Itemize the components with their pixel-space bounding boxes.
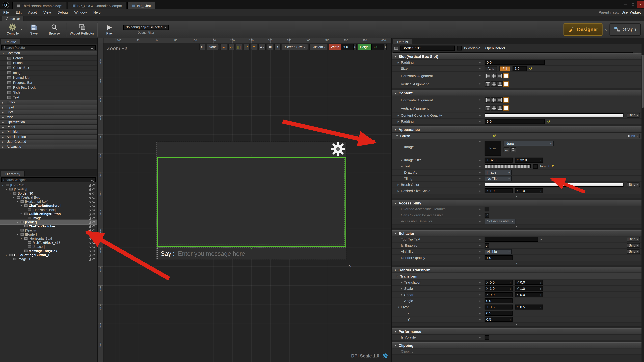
expand-icon[interactable]: ▼ (5, 188, 8, 191)
use-selected-asset-button[interactable]: ← (504, 147, 509, 152)
bind-button[interactable]: Bind▾ (627, 113, 640, 118)
children-accessible-checkbox[interactable]: ✓ (485, 213, 489, 217)
palette-item-progress-bar[interactable]: Progress Bar (0, 80, 97, 85)
rotation-button[interactable]: R (244, 44, 250, 50)
dpi-settings-gear-icon[interactable] (382, 354, 388, 358)
menu-window[interactable]: Window (71, 10, 90, 14)
selected-border-widget-outline[interactable] (157, 157, 346, 247)
hierarchy-row-horizontal-box-3[interactable]: ▼[Horizontal Box] (0, 237, 97, 241)
expand-icon[interactable]: ▶ (398, 114, 401, 117)
pivot-y-scalar-field[interactable]: 0.5↕ (485, 317, 513, 322)
valign-center-button[interactable] (491, 105, 496, 111)
custom-size-dropdown[interactable]: Custom▾ (310, 44, 328, 50)
bind-button[interactable]: Bind▾ (627, 249, 640, 254)
translation-x-field[interactable]: X0.0↕ (485, 280, 513, 285)
pivot-x-field[interactable]: X0.5↕ (485, 305, 513, 309)
hierarchy-row-image-1[interactable]: Image_1 (0, 257, 97, 261)
row-brush-header[interactable]: ▼ Brush ↺ Bind▾ (392, 133, 642, 139)
valign-fill-button[interactable] (503, 105, 509, 111)
height-spinner[interactable]: ▲▼ (384, 44, 387, 50)
desired-size-y-field[interactable]: Y1.0↕ (515, 188, 543, 193)
menu-debug[interactable]: Debug (54, 10, 71, 14)
expand-icon[interactable]: ▼ (9, 192, 12, 195)
accessible-behavior-dropdown[interactable]: Not Accessible▾ (485, 219, 515, 224)
hierarchy-row-guildsettingsbutton-1[interactable]: ▼GuildSettingsButton_1 (0, 253, 97, 257)
palette-group-panel[interactable]: ▶Panel (0, 125, 97, 130)
widget-reflector-button[interactable]: Widget Reflector (68, 22, 96, 37)
tint-color-swatch[interactable] (485, 164, 531, 168)
visibility-eye-icon[interactable] (92, 196, 95, 198)
visibility-eye-icon[interactable] (92, 217, 95, 219)
visibility-eye-icon[interactable] (92, 258, 95, 260)
expand-advanced-chevron[interactable]: ▼ (392, 323, 642, 327)
expand-icon[interactable]: ▶ (401, 159, 404, 161)
lock-widget-button[interactable] (228, 44, 234, 50)
tooltip-text-field[interactable] (485, 237, 538, 242)
content-color-swatch[interactable] (485, 113, 624, 117)
valign-center-button[interactable] (491, 81, 496, 87)
expand-icon[interactable]: ▼ (2, 184, 4, 186)
palette-item-named-slot[interactable]: Named Slot (0, 76, 97, 80)
image-asset-dropdown[interactable]: None▾ (504, 141, 554, 146)
lock-icon[interactable] (89, 238, 91, 240)
anchor-none-button[interactable]: None (206, 44, 219, 50)
hierarchy-row-chattabswitcher[interactable]: ChatTabSwitcher (0, 224, 97, 228)
open-border-link[interactable]: Open Border (485, 46, 505, 50)
visibility-eye-icon[interactable] (92, 221, 95, 223)
palette-group-misc[interactable]: ▶Misc (0, 115, 97, 120)
graph-mode-button[interactable]: Graph (609, 23, 641, 36)
palette-tab[interactable]: Palette (1, 38, 21, 44)
expand-icon[interactable]: ▼ (20, 237, 23, 240)
grid-snap-button[interactable]: ▦ (236, 44, 242, 50)
visibility-eye-icon[interactable] (92, 233, 95, 235)
hierarchy-search-input[interactable] (1, 177, 96, 182)
scale-y-field[interactable]: Y1.0↕ (515, 286, 543, 291)
hierarchy-row-overlay[interactable]: ▼[Overlay] (0, 187, 97, 191)
toolbar-tab[interactable]: Toolbar (2, 16, 24, 21)
content-padding-field[interactable]: 6.0 (485, 119, 545, 124)
valign-bottom-button[interactable] (497, 105, 502, 111)
width-field[interactable]: Width 500 ▲▼ (329, 44, 356, 50)
visibility-eye-icon[interactable] (92, 184, 95, 186)
is-variable-checkbox[interactable] (457, 46, 462, 50)
bind-button[interactable]: Bind▾ (627, 183, 640, 187)
menu-view[interactable]: View (40, 10, 54, 14)
draw-as-dropdown[interactable]: Image▾ (485, 170, 512, 175)
expand-icon[interactable]: ▶ (398, 120, 401, 123)
lock-icon[interactable] (89, 214, 91, 215)
hierarchy-row-messageentrybox[interactable]: MessageEntryBox (0, 249, 97, 253)
lock-icon[interactable] (89, 210, 91, 211)
expand-advanced-chevron[interactable]: ▼ (392, 194, 642, 198)
compile-button[interactable]: Compile (2, 22, 23, 37)
halign-left-button[interactable] (485, 97, 490, 103)
valign-top-button[interactable] (485, 105, 490, 111)
palette-item-text[interactable]: Text (0, 95, 97, 100)
category-content[interactable]: ▼Content (392, 90, 642, 96)
image-size-y-field[interactable]: Y32.0↕ (515, 158, 543, 162)
palette-item-checkbox[interactable]: Check Box (0, 66, 97, 70)
visibility-eye-icon[interactable] (92, 242, 95, 244)
hierarchy-row-border-selected[interactable]: ▼[Border] (0, 220, 97, 224)
details-tab[interactable]: Details (392, 38, 412, 44)
visibility-eye-icon[interactable] (92, 246, 95, 248)
close-button[interactable]: × (636, 1, 644, 8)
lock-icon[interactable] (89, 189, 91, 191)
hierarchy-row-horizontal-box[interactable]: ▼[Horizontal Box] (0, 199, 97, 203)
palette-item-image[interactable]: Image (0, 70, 97, 75)
palette-search-input[interactable] (1, 45, 96, 50)
visibility-eye-icon[interactable] (92, 225, 95, 227)
image-asset-thumbnail[interactable]: None (485, 141, 501, 156)
scrollbar-thumb[interactable] (642, 55, 644, 108)
width-value[interactable]: 500 (341, 44, 354, 50)
flip-vertical-button[interactable]: ↕ (274, 44, 281, 50)
desired-size-x-field[interactable]: X1.0↕ (485, 188, 513, 193)
scale-x-field[interactable]: X1.0↕ (485, 286, 513, 291)
hierarchy-row-border-2[interactable]: ▼[Border] (0, 232, 97, 236)
bind-button[interactable]: Bind▾ (626, 133, 640, 138)
width-spinner[interactable]: ▲▼ (354, 44, 356, 50)
expand-icon[interactable]: ▶ (401, 287, 404, 290)
bind-button[interactable]: Bind▾ (627, 243, 640, 248)
expand-icon[interactable]: ▼ (16, 221, 19, 223)
reset-to-default-icon[interactable]: ↺ (493, 134, 496, 138)
expand-icon[interactable]: ▼ (16, 233, 19, 236)
